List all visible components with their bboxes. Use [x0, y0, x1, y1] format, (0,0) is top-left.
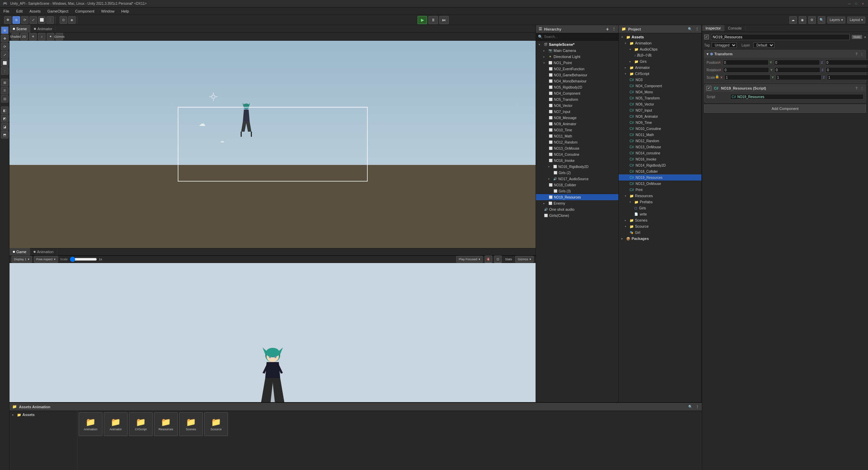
proj-no4-comp[interactable]: C# NO4_Component	[619, 83, 701, 89]
assets-item-resources[interactable]: 📁 Resources	[154, 412, 178, 436]
project-more-icon[interactable]: ⋮	[695, 27, 699, 31]
proj-packages[interactable]: ▸ 📦 Packages	[619, 236, 701, 242]
hierarchy-more-btn[interactable]: ⋮	[612, 27, 616, 31]
assets-more-icon[interactable]: ⋮	[696, 405, 699, 409]
assets-item-scenes[interactable]: 📁 Scenes	[179, 412, 203, 436]
proj-scource[interactable]: ▾ 📁 Scource	[619, 223, 701, 229]
local-btn[interactable]: ◈	[68, 16, 76, 24]
hier-enemy[interactable]: ▸ ⬜ Enemy	[536, 200, 618, 206]
tab-animator[interactable]: Animator	[31, 25, 56, 33]
hier-dir-light[interactable]: ▸ ☀ Directional Light	[536, 54, 618, 60]
project-search-icon[interactable]: 🔍	[688, 27, 692, 31]
hier-scene-root[interactable]: ▾ 🎬 SampleScene*	[536, 41, 618, 48]
proj-prefabs[interactable]: ▾ 📁 Prefabs	[619, 199, 701, 205]
step-button[interactable]: ⏭	[439, 16, 449, 24]
script-more-icon[interactable]: ⋮	[860, 87, 864, 90]
scene-light-btn[interactable]: ☀	[29, 33, 37, 40]
hier-no11-math[interactable]: ⬜ NO11_Math	[536, 133, 618, 139]
hier-girls3[interactable]: ⬜ Girls (3)	[536, 188, 618, 194]
move-tool[interactable]: ⊕	[13, 16, 20, 24]
scene-fx-btn[interactable]: ✦	[47, 33, 54, 40]
proj-audioclips[interactable]: ▾ 📁 AudioClips	[619, 46, 701, 52]
object-active-checkbox[interactable]: ✓	[704, 35, 709, 39]
proj-csharp[interactable]: ▾ 📁 C#Script	[619, 71, 701, 77]
proj-audio-file[interactable]: ♪ 跑步-小跑	[619, 52, 701, 58]
hier-no6-vec[interactable]: ⬜ NO6_Vector	[536, 102, 618, 109]
menu-component[interactable]: Component	[74, 8, 96, 14]
proj-no12[interactable]: C# NO12_Random	[619, 138, 701, 144]
scale-tool[interactable]: ⤢	[30, 16, 37, 24]
transform-tool[interactable]: ⋮	[46, 16, 54, 24]
hand-tool[interactable]: ✥	[4, 16, 12, 24]
proj-girl-file[interactable]: 🎭 Girl	[619, 229, 701, 236]
transform-more-icon[interactable]: ⋮	[860, 52, 864, 56]
hier-girls2[interactable]: ⬜ Girls (2)	[536, 170, 618, 176]
maximize-button[interactable]: □	[854, 1, 859, 6]
tab-game[interactable]: Game	[9, 248, 30, 256]
object-name-field[interactable]	[711, 34, 850, 40]
tool-custom2[interactable]: ◩	[1, 115, 8, 122]
layers-dropdown[interactable]: Layers ▾	[827, 17, 845, 23]
pos-y-input[interactable]	[774, 60, 820, 65]
scale-x-input[interactable]	[725, 75, 770, 80]
menu-assets[interactable]: Assets	[28, 8, 42, 14]
pause-button[interactable]: ⏸	[428, 16, 438, 24]
play-focused-dropdown[interactable]: Play Focused ▾	[456, 256, 483, 263]
scene-2d-btn[interactable]: 2D	[20, 33, 28, 40]
rotate-tool[interactable]: ⟳	[21, 16, 28, 24]
proj-no8[interactable]: C# NO8_Animator	[619, 113, 701, 119]
play-button[interactable]: ▶	[418, 16, 427, 24]
hier-no4-comp[interactable]: ⬜ NO4_Component	[536, 90, 618, 96]
hier-no2[interactable]: ⬜ NO2_EventFunction	[536, 66, 618, 72]
hier-no12-rand[interactable]: ⬜ NO12_Random	[536, 139, 618, 145]
gizmos-dropdown[interactable]: Gizmos ▾	[515, 256, 534, 263]
tool-grid[interactable]: ⠿	[1, 87, 8, 94]
proj-assets[interactable]: ▾ 📁 Assets	[619, 34, 701, 40]
search-btn[interactable]: 🔍	[818, 16, 825, 24]
assets-item-animator[interactable]: 📁 Animator	[104, 412, 128, 436]
vsync-btn[interactable]: ⊡	[494, 256, 502, 263]
tool-custom3[interactable]: ◪	[1, 123, 8, 130]
hier-no1-point[interactable]: ▾ ⬜ NO1_Point	[536, 60, 618, 66]
assets-search-icon[interactable]: 🔍	[688, 405, 692, 409]
scene-audio-btn[interactable]: ♪	[38, 33, 45, 40]
hier-no18-col[interactable]: ⬜ NO18_Collider	[536, 182, 618, 188]
tab-console[interactable]: Console	[725, 25, 745, 31]
proj-resources[interactable]: ▾ 📁 Resources	[619, 193, 701, 199]
assets-tree-assets[interactable]: ▸ 📁 Assets	[9, 412, 77, 418]
assets-item-scource[interactable]: 📁 Scource	[204, 412, 228, 436]
hier-no13-onmouse[interactable]: ⬜ NO13_OnMouse	[536, 145, 618, 151]
rect-tool[interactable]: ⬜	[38, 16, 45, 24]
hier-no4-monob[interactable]: ⬜ NO4_MonoBehaviour	[536, 78, 618, 84]
hier-girls-clone[interactable]: ⬜ Girls(Clone)	[536, 212, 618, 219]
menu-window[interactable]: Window	[100, 8, 116, 14]
proj-no3[interactable]: C# NO3	[619, 77, 701, 83]
aspect-dropdown[interactable]: Free Aspect ▾	[34, 256, 58, 263]
hier-no5-tr[interactable]: ⬜ NO5_Transform	[536, 96, 618, 102]
proj-print[interactable]: C# Print	[619, 187, 701, 193]
proj-no16-inv[interactable]: C# NO16_Invoke	[619, 156, 701, 162]
layer-dropdown[interactable]: Default	[753, 42, 774, 48]
proj-no7[interactable]: C# NO7_Input	[619, 107, 701, 113]
proj-scenes[interactable]: ▸ 📁 Scenes	[619, 217, 701, 223]
tool-align[interactable]: ⊟	[1, 95, 8, 102]
tool-move[interactable]: ⊕	[1, 26, 8, 34]
proj-girls-prefab[interactable]: ⬡ Girls	[619, 205, 701, 211]
close-button[interactable]: ×	[861, 1, 865, 6]
rot-y-input[interactable]	[774, 67, 820, 73]
hier-no19-res[interactable]: ⬜ NO19_Resources	[536, 194, 618, 200]
hier-one-shot-audio[interactable]: 🔊 One shot audio	[536, 206, 618, 212]
hier-main-camera[interactable]: ▸ 📷 Main Camera	[536, 48, 618, 54]
mute-btn[interactable]: 🔇	[485, 256, 492, 263]
hierarchy-add-btn[interactable]: +	[606, 26, 609, 32]
assets-item-csharp[interactable]: 📁 C#Script	[129, 412, 153, 436]
tool-extra[interactable]: ⋮	[1, 67, 8, 75]
tag-dropdown[interactable]: Untagged	[712, 42, 737, 48]
proj-no5-tr[interactable]: C# NO5_Transform	[619, 95, 701, 101]
cloud-btn[interactable]: ◉	[799, 16, 806, 24]
scene-tool-1[interactable]: Shaded	[12, 33, 19, 40]
pos-x-input[interactable]	[723, 60, 769, 65]
proj-no6-vec[interactable]: C# NO6_Vector	[619, 101, 701, 107]
tool-snap[interactable]: ⊞	[1, 79, 8, 86]
tool-hand[interactable]: ✥	[1, 35, 8, 42]
